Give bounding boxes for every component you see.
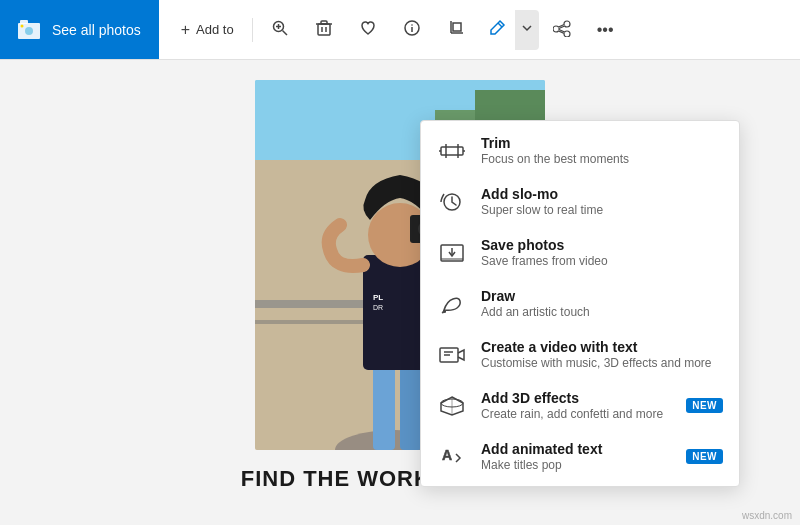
draw-icon: [437, 289, 467, 319]
menu-item-video-text[interactable]: Create a video with text Customise with …: [421, 329, 739, 380]
share-button[interactable]: [541, 10, 583, 50]
svg-point-15: [411, 24, 413, 26]
trash-icon: [315, 19, 333, 41]
edit-button-group: [479, 10, 539, 50]
menu-item-3d-effects[interactable]: Add 3D effects Create rain, add confetti…: [421, 380, 739, 431]
menu-item-animated-text-text: Add animated text Make titles pop: [481, 441, 672, 472]
toolbar: See all photos + Add to: [0, 0, 800, 60]
animated-text-title: Add animated text: [481, 441, 672, 457]
menu-item-video-text-text: Create a video with text Customise with …: [481, 339, 723, 370]
3d-effects-desc: Create rain, add confetti and more: [481, 407, 672, 421]
slomo-desc: Super slow to real time: [481, 203, 723, 217]
more-button[interactable]: •••: [585, 10, 626, 50]
menu-item-slomo[interactable]: Add slo-mo Super slow to real time: [421, 176, 739, 227]
favorite-button[interactable]: [347, 10, 389, 50]
3d-effects-icon: [437, 391, 467, 421]
heart-icon: [359, 19, 377, 41]
photos-icon: [18, 20, 42, 40]
svg-rect-8: [318, 24, 330, 35]
menu-item-trim-text: Trim Focus on the best moments: [481, 135, 723, 166]
back-label: See all photos: [52, 22, 141, 38]
delete-button[interactable]: [303, 10, 345, 50]
menu-item-slomo-text: Add slo-mo Super slow to real time: [481, 186, 723, 217]
svg-rect-18: [453, 23, 461, 31]
svg-point-3: [21, 24, 24, 27]
trim-icon: [437, 136, 467, 166]
add-to-button[interactable]: + Add to: [169, 10, 246, 50]
edit-dropdown-button[interactable]: [515, 10, 539, 50]
animated-text-badge: NEW: [686, 449, 723, 464]
info-button[interactable]: [391, 10, 433, 50]
animated-text-icon: A: [437, 442, 467, 472]
more-icon: •••: [597, 21, 614, 39]
menu-item-save-photos[interactable]: Save photos Save frames from video: [421, 227, 739, 278]
edit-button[interactable]: [479, 10, 515, 50]
draw-desc: Add an artistic touch: [481, 305, 723, 319]
menu-item-draw-text: Draw Add an artistic touch: [481, 288, 723, 319]
menu-item-draw[interactable]: Draw Add an artistic touch: [421, 278, 739, 329]
save-photos-icon: [437, 238, 467, 268]
crop-button[interactable]: [435, 10, 477, 50]
save-photos-desc: Save frames from video: [481, 254, 723, 268]
edit-icon: [487, 18, 507, 41]
zoom-icon: [271, 19, 289, 41]
svg-line-5: [282, 30, 287, 35]
add-to-label: Add to: [196, 22, 234, 37]
trim-desc: Focus on the best moments: [481, 152, 723, 166]
3d-effects-badge: NEW: [686, 398, 723, 413]
svg-rect-10: [321, 21, 327, 24]
video-text-desc: Customise with music, 3D effects and mor…: [481, 356, 723, 370]
separator-1: [252, 18, 253, 42]
animated-text-desc: Make titles pop: [481, 458, 672, 472]
svg-line-19: [498, 23, 502, 27]
crop-icon: [447, 19, 465, 41]
zoom-button[interactable]: [259, 10, 301, 50]
draw-title: Draw: [481, 288, 723, 304]
svg-rect-27: [373, 360, 395, 450]
svg-text:DR: DR: [373, 304, 383, 311]
menu-item-save-photos-text: Save photos Save frames from video: [481, 237, 723, 268]
menu-item-3d-effects-text: Add 3D effects Create rain, add confetti…: [481, 390, 672, 421]
chevron-down-icon: [521, 22, 533, 37]
video-text-icon: [437, 340, 467, 370]
trim-title: Trim: [481, 135, 723, 151]
info-icon: [403, 19, 421, 41]
back-button[interactable]: See all photos: [0, 0, 159, 59]
plus-icon: +: [181, 21, 190, 39]
svg-text:A: A: [442, 447, 452, 463]
watermark: wsxdn.com: [742, 510, 792, 521]
toolbar-actions: + Add to: [159, 0, 800, 59]
menu-item-trim[interactable]: Trim Focus on the best moments: [421, 125, 739, 176]
menu-item-animated-text[interactable]: A Add animated text Make titles pop NEW: [421, 431, 739, 482]
dropdown-menu: Trim Focus on the best moments Add slo-m…: [420, 120, 740, 487]
svg-point-2: [25, 27, 33, 35]
slomo-icon: [437, 187, 467, 217]
slomo-title: Add slo-mo: [481, 186, 723, 202]
svg-rect-28: [400, 360, 422, 450]
save-photos-title: Save photos: [481, 237, 723, 253]
svg-text:PL: PL: [373, 293, 383, 302]
svg-rect-37: [441, 147, 463, 155]
share-icon: [553, 19, 571, 41]
content-area: PL DR FIND THE WORK YOU LOVE: [0, 60, 800, 525]
svg-rect-1: [20, 20, 28, 24]
3d-effects-title: Add 3D effects: [481, 390, 672, 406]
video-text-title: Create a video with text: [481, 339, 723, 355]
